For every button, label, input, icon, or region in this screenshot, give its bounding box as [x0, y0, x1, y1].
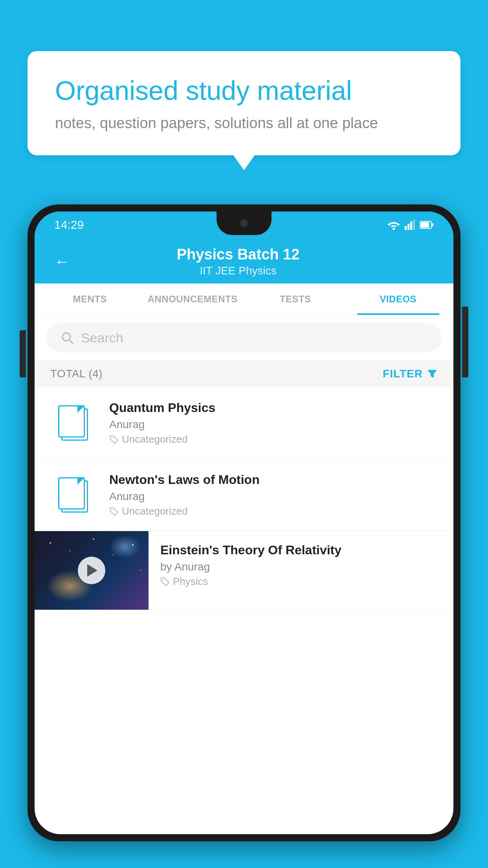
bubble-subtitle: notes, question papers, solutions all at…: [55, 115, 433, 132]
svg-rect-3: [410, 221, 412, 230]
status-icons: [387, 220, 434, 230]
video-list: Quantum Physics Anurag Uncategorized: [35, 387, 453, 610]
svg-line-9: [69, 340, 73, 344]
filter-label: FILTER: [383, 368, 423, 380]
svg-rect-7: [420, 222, 429, 228]
svg-point-16: [113, 554, 114, 555]
svg-rect-1: [405, 226, 407, 230]
list-item[interactable]: Quantum Physics Anurag Uncategorized: [35, 387, 453, 459]
tab-ments[interactable]: MENTS: [39, 283, 141, 315]
signal-icon: [405, 220, 415, 230]
search-bar-wrapper: Search: [35, 315, 453, 360]
svg-rect-2: [407, 224, 409, 230]
list-item[interactable]: Newton's Laws of Motion Anurag Uncategor…: [35, 459, 453, 531]
file-front: [58, 477, 85, 509]
tag-icon: [109, 435, 119, 444]
file-icon-newton: [50, 475, 97, 515]
svg-point-14: [70, 550, 71, 552]
tag-icon: [160, 577, 170, 587]
video-tag: Physics: [160, 576, 442, 588]
svg-point-18: [42, 562, 43, 563]
svg-point-11: [112, 437, 113, 438]
header-title-block: Physics Batch 12 IIT JEE Physics: [82, 246, 394, 277]
video-title: Quantum Physics: [109, 401, 438, 415]
tabs-bar: MENTS ANNOUNCEMENTS TESTS VIDEOS: [35, 283, 453, 315]
filter-row: TOTAL (4) FILTER: [35, 360, 453, 387]
phone-screen: 14:29: [35, 211, 453, 834]
wifi-icon: [387, 220, 400, 230]
svg-point-19: [140, 570, 141, 571]
file-icon-quantum: [50, 403, 97, 443]
play-triangle: [87, 564, 97, 577]
tab-videos[interactable]: VIDEOS: [347, 283, 450, 315]
svg-marker-10: [427, 370, 437, 378]
tab-tests[interactable]: TESTS: [244, 283, 347, 315]
video-tag: Uncategorized: [109, 505, 438, 517]
status-bar: 14:29: [35, 211, 453, 238]
svg-rect-4: [413, 220, 415, 230]
svg-point-12: [112, 509, 113, 510]
filter-button[interactable]: FILTER: [383, 368, 438, 380]
search-bar[interactable]: Search: [46, 323, 442, 353]
app-header: ← Physics Batch 12 IIT JEE Physics: [35, 238, 453, 283]
phone-wrapper: 14:29: [28, 204, 460, 868]
status-time: 14:29: [54, 218, 84, 232]
play-button[interactable]: [78, 557, 105, 584]
svg-rect-6: [431, 223, 433, 226]
svg-point-15: [93, 538, 94, 540]
camera-dot: [240, 219, 248, 227]
phone-outer: 14:29: [28, 204, 460, 841]
bubble-title: Organised study material: [55, 75, 433, 107]
video-author: by Anurag: [160, 561, 442, 573]
video-info-quantum: Quantum Physics Anurag Uncategorized: [109, 401, 438, 445]
phone-notch: [216, 211, 272, 235]
battery-icon: [420, 221, 434, 229]
tab-announcements[interactable]: ANNOUNCEMENTS: [141, 283, 244, 315]
video-author: Anurag: [109, 418, 438, 431]
speech-bubble-section: Organised study material notes, question…: [28, 51, 460, 155]
video-info-einstein: Einstein's Theory Of Relativity by Anura…: [149, 531, 453, 600]
svg-point-0: [393, 228, 395, 230]
filter-icon: [427, 368, 438, 379]
svg-point-17: [132, 544, 134, 546]
search-placeholder: Search: [81, 330, 123, 346]
search-icon: [61, 331, 75, 345]
svg-point-20: [163, 579, 164, 580]
header-subtitle: IIT JEE Physics: [82, 265, 394, 277]
file-fold: [77, 478, 84, 485]
file-front: [58, 405, 85, 438]
svg-point-13: [50, 542, 51, 544]
video-title: Einstein's Theory Of Relativity: [160, 543, 442, 557]
tag-icon: [109, 507, 119, 516]
total-count: TOTAL (4): [50, 368, 103, 380]
list-item[interactable]: Einstein's Theory Of Relativity by Anura…: [35, 531, 453, 610]
speech-bubble-card: Organised study material notes, question…: [28, 51, 460, 155]
video-tag: Uncategorized: [109, 433, 438, 445]
file-fold: [77, 406, 84, 413]
header-title: Physics Batch 12: [82, 246, 394, 263]
video-info-newton: Newton's Laws of Motion Anurag Uncategor…: [109, 473, 438, 517]
video-title: Newton's Laws of Motion: [109, 473, 438, 487]
video-author: Anurag: [109, 490, 438, 503]
back-button[interactable]: ←: [54, 253, 70, 270]
einstein-thumbnail: [35, 531, 149, 610]
